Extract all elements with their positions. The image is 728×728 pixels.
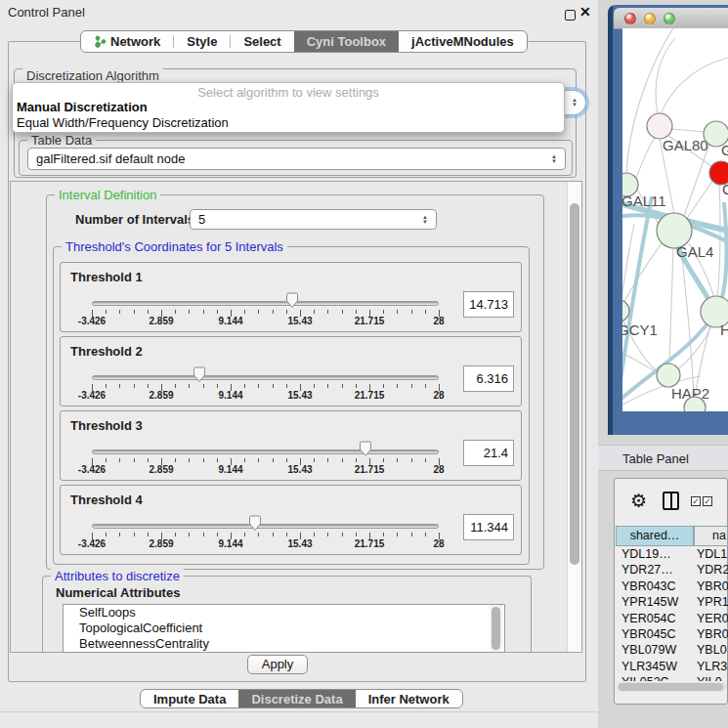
- network-edge[interactable]: [636, 137, 656, 178]
- slider-thumb[interactable]: [248, 515, 262, 532]
- tab-style[interactable]: Style: [174, 31, 230, 52]
- tick-mark: [397, 310, 398, 314]
- table-row[interactable]: YBR043CYBR0: [616, 579, 728, 595]
- list-scrollbar[interactable]: [490, 605, 502, 652]
- network-node-gal80[interactable]: [647, 113, 672, 139]
- tick-mark: [327, 384, 328, 388]
- table-row[interactable]: YLR345WYLR3: [616, 660, 728, 675]
- tab-network[interactable]: Network: [81, 31, 173, 52]
- dropdown-option-manual[interactable]: Manual Discretization: [17, 100, 148, 114]
- node-label: GCY1: [622, 321, 658, 338]
- tick-mark: [397, 384, 398, 388]
- close-icon[interactable]: ✕: [579, 4, 591, 20]
- tick-mark: [148, 458, 149, 462]
- scrollbar-thumb[interactable]: [619, 683, 723, 691]
- top-tab-bar: NetworkStyleSelectCyni ToolboxjActiveMNo…: [80, 30, 528, 53]
- combo-arrows-icon: ▲▼: [551, 154, 557, 164]
- table-row[interactable]: YIL052CYIL0: [616, 675, 728, 681]
- network-node-hap2[interactable]: [657, 364, 680, 387]
- algorithm-dropdown-popup: Select algorithm to view settings Manual…: [12, 82, 565, 133]
- threshold-value-field[interactable]: 21.4: [463, 440, 514, 466]
- column-header-shared[interactable]: shared…: [616, 526, 694, 546]
- table-data-title: Table Data: [27, 133, 96, 148]
- tick-mark: [327, 533, 328, 536]
- threshold-label: Threshold 4: [70, 492, 143, 507]
- tick-mark: [175, 533, 176, 536]
- threshold-value-field[interactable]: 6.316: [463, 365, 514, 392]
- scrollbar-thumb[interactable]: [492, 607, 500, 650]
- vertical-scrollbar[interactable]: [567, 182, 581, 652]
- list-item[interactable]: TopologicalCoefficient: [64, 621, 504, 636]
- slider-track[interactable]: [92, 375, 439, 380]
- table-row[interactable]: YER054CYER0: [616, 612, 728, 627]
- split-columns-icon[interactable]: [663, 492, 679, 510]
- slider-thumb[interactable]: [359, 441, 372, 457]
- slider-thumb[interactable]: [285, 292, 299, 309]
- tick-mark: [411, 310, 412, 314]
- tick-label: 9.144: [218, 464, 242, 475]
- tick-label: 9.144: [218, 316, 242, 326]
- tab-select[interactable]: Select: [231, 31, 293, 52]
- bottom-tab-impute-data[interactable]: Impute Data: [141, 690, 238, 707]
- slider-thumb[interactable]: [193, 366, 206, 383]
- network-edge[interactable]: [717, 185, 720, 297]
- network-edge-thick[interactable]: [622, 196, 652, 380]
- num-intervals-combobox[interactable]: 5 ▲▼: [190, 209, 437, 230]
- network-edge[interactable]: [669, 248, 673, 364]
- threshold-value-field[interactable]: 14.713: [463, 291, 514, 318]
- scrollbar-thumb[interactable]: [570, 203, 579, 565]
- checkbox-checked-icon[interactable]: ✓: [691, 496, 701, 506]
- table-data-combobox[interactable]: galFiltered.sif default node ▲▼: [27, 148, 566, 170]
- tick-label: 2.859: [149, 316, 173, 326]
- table-row[interactable]: YDR27…YDR2: [616, 563, 728, 578]
- apply-button[interactable]: Apply: [247, 655, 308, 674]
- network-window-titlebar[interactable]: [614, 8, 728, 29]
- cell-name: YER0: [697, 612, 728, 625]
- tick-label: 21.715: [355, 538, 385, 549]
- bottom-tab-discretize-data[interactable]: Discretize Data: [238, 690, 355, 707]
- float-window-icon[interactable]: [565, 10, 576, 21]
- thresholds-group: Threshold's Coordinates for 5 Intervals …: [53, 246, 530, 565]
- tick-label: 28: [433, 390, 444, 401]
- tab-cyni-toolbox[interactable]: Cyni Toolbox: [294, 31, 399, 52]
- horizontal-scrollbar[interactable]: [617, 682, 727, 692]
- tab-label-cyni-toolbox: Cyni Toolbox: [307, 31, 386, 52]
- tick-mark: [203, 310, 204, 314]
- node-label: GAL11: [622, 193, 666, 209]
- bottom-tab-infer-network[interactable]: Infer Network: [356, 690, 462, 707]
- network-canvas[interactable]: GAL80GACGAL11GAL4GCY1HHAP2: [622, 28, 728, 411]
- combo-arrows-icon: ▲▼: [572, 98, 578, 107]
- gear-icon[interactable]: ⚙: [630, 490, 647, 512]
- minimize-traffic-light-icon[interactable]: [644, 13, 656, 24]
- network-edge[interactable]: [684, 144, 709, 216]
- cell-name: YDL1: [697, 547, 727, 561]
- table-row[interactable]: YBR045CYBR0: [616, 627, 728, 643]
- zoom-traffic-light-icon[interactable]: [664, 13, 675, 24]
- network-edge[interactable]: [671, 129, 705, 132]
- slider-track[interactable]: [92, 450, 439, 454]
- tick-mark: [273, 384, 274, 388]
- network-edge[interactable]: [661, 58, 728, 114]
- slider-track[interactable]: [92, 301, 439, 306]
- table-row[interactable]: YBL079WYBL0: [616, 643, 728, 659]
- table-row[interactable]: YDL19…YDL1: [616, 547, 728, 563]
- dropdown-option-equal-width[interactable]: Equal Width/Frequency Discretization: [17, 115, 229, 130]
- tab-jactivemnodules[interactable]: jActiveMNodules: [399, 31, 527, 52]
- cell-name: YDR2: [697, 563, 728, 577]
- slider-track[interactable]: [92, 524, 439, 529]
- cell-name: YLR3: [697, 660, 727, 673]
- table-row[interactable]: YPR145WYPR1: [616, 595, 728, 611]
- list-item[interactable]: BetweennessCentrality: [64, 636, 504, 652]
- tab-label-style: Style: [187, 31, 217, 52]
- tick-mark: [106, 533, 107, 536]
- close-traffic-light-icon[interactable]: [624, 13, 636, 24]
- checkbox-checked-icon[interactable]: ✓: [703, 496, 712, 506]
- column-header-name[interactable]: na: [694, 526, 728, 546]
- tick-mark: [175, 458, 176, 462]
- list-item[interactable]: SelfLoops: [64, 605, 504, 621]
- tick-mark: [134, 384, 135, 388]
- numerical-attributes-list[interactable]: SelfLoopsTopologicalCoefficientBetweenne…: [63, 604, 505, 653]
- threshold-value-field[interactable]: 11.344: [463, 514, 514, 540]
- tick-mark: [425, 384, 426, 388]
- tick-mark: [134, 458, 135, 462]
